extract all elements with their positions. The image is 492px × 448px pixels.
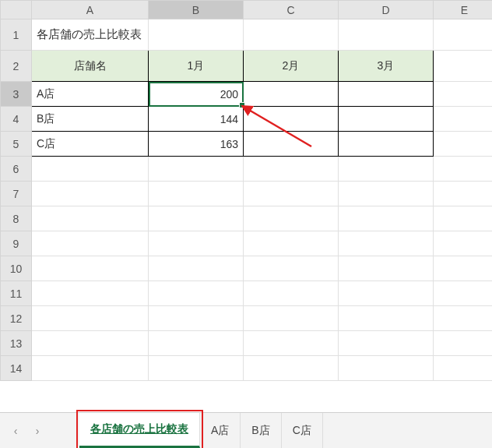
cell-E4[interactable]: [434, 107, 493, 132]
cell-D3[interactable]: [339, 82, 434, 107]
cell-A8[interactable]: [32, 206, 149, 231]
worksheet-area[interactable]: A B C D E 1 各店舗の売上比較表 2 店舗名 1月 2月 3月 3 A…: [0, 0, 492, 412]
cell-D1[interactable]: [339, 19, 434, 51]
cell-C14[interactable]: [244, 356, 339, 381]
cell-D4[interactable]: [339, 107, 434, 132]
sheet-tab-b[interactable]: B店: [241, 413, 281, 448]
cell-A4-store[interactable]: B店: [32, 107, 149, 132]
col-header-D[interactable]: D: [339, 1, 434, 19]
cell-B14[interactable]: [149, 356, 244, 381]
cell-C4[interactable]: [244, 107, 339, 132]
cell-E1[interactable]: [434, 19, 493, 51]
sheet-tab-bar: ‹ › 各店舗の売上比較表 A店 B店 C店: [0, 412, 492, 448]
cell-B11[interactable]: [149, 281, 244, 306]
cell-C2-header-m2[interactable]: 2月: [244, 51, 339, 82]
cell-E13[interactable]: [434, 331, 493, 356]
row-5: 5 C店 163: [1, 132, 493, 157]
cell-E7[interactable]: [434, 182, 493, 206]
cell-A14[interactable]: [32, 356, 149, 381]
cell-D7[interactable]: [339, 182, 434, 206]
cell-A3-store[interactable]: A店: [32, 82, 149, 107]
cell-B3-value[interactable]: 200: [149, 82, 244, 107]
cell-B5-value[interactable]: 163: [149, 132, 244, 157]
cell-B8[interactable]: [149, 206, 244, 231]
cell-A10[interactable]: [32, 256, 149, 281]
select-all-corner[interactable]: [1, 1, 32, 19]
cell-B4-value[interactable]: 144: [149, 107, 244, 132]
row-header-13[interactable]: 13: [1, 331, 32, 356]
col-header-E[interactable]: E: [434, 1, 493, 19]
row-header-7[interactable]: 7: [1, 182, 32, 206]
cell-D13[interactable]: [339, 331, 434, 356]
row-header-8[interactable]: 8: [1, 206, 32, 231]
row-header-6[interactable]: 6: [1, 157, 32, 182]
tab-nav-next-button[interactable]: ›: [26, 420, 48, 442]
cell-C3[interactable]: [244, 82, 339, 107]
cell-E5[interactable]: [434, 132, 493, 157]
cell-B1[interactable]: [149, 19, 244, 51]
cell-A11[interactable]: [32, 281, 149, 306]
cell-D6[interactable]: [339, 157, 434, 182]
cell-C12[interactable]: [244, 306, 339, 331]
cell-E11[interactable]: [434, 281, 493, 306]
sheet-tab-a[interactable]: A店: [200, 413, 241, 448]
cell-B6[interactable]: [149, 157, 244, 182]
cell-A6[interactable]: [32, 157, 149, 182]
cell-C11[interactable]: [244, 281, 339, 306]
cell-C13[interactable]: [244, 331, 339, 356]
cell-B2-header-m1[interactable]: 1月: [149, 51, 244, 82]
cell-D5[interactable]: [339, 132, 434, 157]
cell-A12[interactable]: [32, 306, 149, 331]
row-header-12[interactable]: 12: [1, 306, 32, 331]
cell-E14[interactable]: [434, 356, 493, 381]
row-7: 7: [1, 182, 493, 206]
row-header-9[interactable]: 9: [1, 231, 32, 256]
tab-nav-prev-button[interactable]: ‹: [5, 420, 26, 442]
cell-B10[interactable]: [149, 256, 244, 281]
cell-A13[interactable]: [32, 331, 149, 356]
cell-C5[interactable]: [244, 132, 339, 157]
cell-C6[interactable]: [244, 157, 339, 182]
row-header-10[interactable]: 10: [1, 256, 32, 281]
cell-E2[interactable]: [434, 51, 493, 82]
cell-D9[interactable]: [339, 231, 434, 256]
cell-A5-store[interactable]: C店: [32, 132, 149, 157]
cell-B13[interactable]: [149, 331, 244, 356]
cell-D10[interactable]: [339, 256, 434, 281]
cell-E3[interactable]: [434, 82, 493, 107]
row-header-2[interactable]: 2: [1, 51, 32, 82]
cell-C1[interactable]: [244, 19, 339, 51]
cell-B9[interactable]: [149, 231, 244, 256]
sheet-tab-c[interactable]: C店: [282, 413, 323, 448]
sheet-tab-summary[interactable]: 各店舗の売上比較表: [79, 413, 200, 448]
cell-C10[interactable]: [244, 256, 339, 281]
cell-D2-header-m3[interactable]: 3月: [339, 51, 434, 82]
cell-A7[interactable]: [32, 182, 149, 206]
row-header-3[interactable]: 3: [1, 82, 32, 107]
row-header-4[interactable]: 4: [1, 107, 32, 132]
cell-D11[interactable]: [339, 281, 434, 306]
cell-E12[interactable]: [434, 306, 493, 331]
cell-C9[interactable]: [244, 231, 339, 256]
cell-C7[interactable]: [244, 182, 339, 206]
cell-B12[interactable]: [149, 306, 244, 331]
cell-E10[interactable]: [434, 256, 493, 281]
cell-D8[interactable]: [339, 206, 434, 231]
col-header-C[interactable]: C: [244, 1, 339, 19]
row-header-5[interactable]: 5: [1, 132, 32, 157]
cell-E6[interactable]: [434, 157, 493, 182]
cell-E8[interactable]: [434, 206, 493, 231]
cell-C8[interactable]: [244, 206, 339, 231]
cell-B7[interactable]: [149, 182, 244, 206]
cell-A2-header-store[interactable]: 店舗名: [32, 51, 149, 82]
row-header-1[interactable]: 1: [1, 19, 32, 51]
cell-D14[interactable]: [339, 356, 434, 381]
cell-E9[interactable]: [434, 231, 493, 256]
col-header-B[interactable]: B: [149, 1, 244, 19]
cell-A9[interactable]: [32, 231, 149, 256]
cell-A1-title[interactable]: 各店舗の売上比較表: [32, 19, 149, 51]
col-header-A[interactable]: A: [32, 1, 149, 19]
cell-D12[interactable]: [339, 306, 434, 331]
row-header-14[interactable]: 14: [1, 356, 32, 381]
row-header-11[interactable]: 11: [1, 281, 32, 306]
